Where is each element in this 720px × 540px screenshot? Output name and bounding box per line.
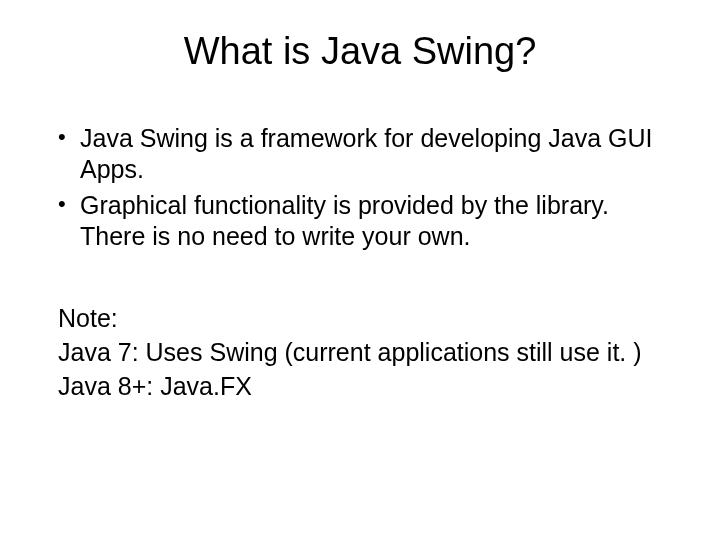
note-line: Java 7: Uses Swing (current applications…	[58, 336, 680, 370]
note-line: Java 8+: Java.FX	[58, 370, 680, 404]
note-heading: Note:	[58, 302, 680, 336]
list-item: Java Swing is a framework for developing…	[58, 123, 680, 186]
slide-title: What is Java Swing?	[40, 30, 680, 73]
note-block: Note: Java 7: Uses Swing (current applic…	[40, 302, 680, 403]
bullet-list: Java Swing is a framework for developing…	[40, 123, 680, 252]
list-item: Graphical functionality is provided by t…	[58, 190, 680, 253]
